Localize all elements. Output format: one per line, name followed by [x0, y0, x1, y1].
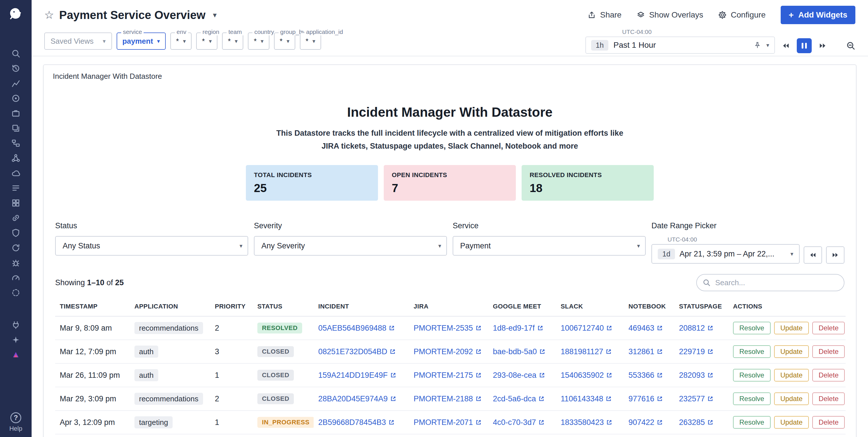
- saved-views-button[interactable]: Saved Views ▾: [44, 32, 112, 50]
- update-button[interactable]: Update: [774, 416, 809, 429]
- sidebar-item-ci[interactable]: [0, 270, 32, 285]
- statuspage-link[interactable]: 229719: [679, 347, 713, 356]
- sidebar-item-sync[interactable]: [0, 240, 32, 255]
- sidebar-item-help[interactable]: ? Help: [9, 412, 22, 432]
- sidebar-item-apps[interactable]: [0, 196, 32, 210]
- slack-link[interactable]: 1833580423: [561, 418, 612, 427]
- sidebar-item-dashed-circle[interactable]: [0, 285, 32, 300]
- update-button[interactable]: Update: [774, 392, 809, 405]
- filter-pill-team[interactable]: team * ▾: [222, 32, 243, 50]
- chevron-down-icon[interactable]: ▾: [213, 11, 217, 20]
- google-meet-link[interactable]: 293-08e-cea: [493, 371, 545, 380]
- share-button[interactable]: Share: [587, 10, 622, 20]
- update-button[interactable]: Update: [774, 322, 809, 334]
- jira-link[interactable]: PMORTEM-2175: [413, 371, 482, 380]
- delete-button[interactable]: Delete: [812, 416, 845, 429]
- filter-pill-application-id[interactable]: application_id * ▾: [300, 32, 321, 50]
- google-meet-link[interactable]: 2cd-5a6-dca: [493, 395, 545, 403]
- notebook-link[interactable]: 469463: [628, 324, 663, 332]
- filter-pill-env[interactable]: env * ▾: [170, 32, 192, 50]
- resolve-button[interactable]: Resolve: [733, 416, 771, 429]
- jira-link[interactable]: PMORTEM-2535: [413, 324, 482, 332]
- slack-link[interactable]: 1540635902: [561, 371, 612, 380]
- delete-button[interactable]: Delete: [812, 322, 845, 334]
- time-backward-button[interactable]: [778, 38, 793, 54]
- resolve-button[interactable]: Resolve: [733, 322, 771, 334]
- ci-icon: [11, 273, 21, 282]
- filter-pill-service[interactable]: service payment ▾: [117, 32, 166, 50]
- slack-link[interactable]: 1006712740: [561, 324, 612, 332]
- sidebar-item-sparkle[interactable]: [0, 332, 32, 347]
- filter-pill-country[interactable]: country * ▾: [248, 32, 269, 50]
- slack-link[interactable]: 1106143348: [561, 395, 612, 403]
- filter-label: env: [175, 28, 188, 35]
- resolve-button[interactable]: Resolve: [733, 345, 771, 358]
- star-icon[interactable]: ☆: [44, 9, 54, 21]
- filter-pill-region[interactable]: region * ▾: [196, 32, 217, 50]
- sidebar-item-service-map[interactable]: [0, 151, 32, 166]
- google-meet-link[interactable]: 4c0-c70-3d7: [493, 418, 545, 427]
- sidebar-item-link[interactable]: [0, 210, 32, 225]
- delete-button[interactable]: Delete: [812, 345, 845, 358]
- sidebar-item-search[interactable]: [0, 46, 32, 61]
- incident-link[interactable]: 28BA20D45E974A9: [318, 395, 396, 403]
- add-widgets-button[interactable]: + Add Widgets: [781, 6, 855, 24]
- date-backward-button[interactable]: [804, 246, 822, 264]
- notebook-link[interactable]: 553366: [628, 371, 663, 380]
- pause-button[interactable]: [797, 38, 812, 53]
- google-meet-link[interactable]: bae-bdb-5a0: [493, 347, 546, 356]
- statuspage-link[interactable]: 208812: [679, 324, 713, 332]
- date-forward-button[interactable]: [826, 246, 844, 264]
- sidebar-item-apm[interactable]: [0, 91, 32, 106]
- incident-link[interactable]: 2B59668D78454B3: [318, 418, 395, 427]
- sidebar-item-watchdog[interactable]: [0, 255, 32, 270]
- jira-link[interactable]: PMORTEM-2188: [413, 395, 482, 403]
- configure-button[interactable]: Configure: [718, 10, 766, 20]
- status-select[interactable]: Any Status ▾: [55, 236, 248, 256]
- sidebar-item-logs[interactable]: [0, 180, 32, 196]
- sidebar-item-pipelines[interactable]: [0, 136, 32, 151]
- google-meet-link[interactable]: 1d8-ed9-17f: [493, 324, 544, 332]
- sidebar-item-layers[interactable]: [0, 121, 32, 136]
- incident-link[interactable]: 159A214DD19E49F: [318, 371, 396, 380]
- search-input[interactable]: [696, 274, 844, 291]
- resolve-button[interactable]: Resolve: [733, 369, 771, 381]
- date-range-label: Date Range Picker: [651, 222, 844, 230]
- delete-button[interactable]: Delete: [812, 392, 845, 405]
- update-button[interactable]: Update: [774, 345, 809, 358]
- delete-button[interactable]: Delete: [812, 369, 845, 381]
- incident-link[interactable]: 05AEB564B969488: [318, 324, 395, 332]
- slack-link[interactable]: 1881981127: [561, 347, 612, 356]
- date-range-select[interactable]: 1d Apr 21, 3:59 pm – Apr 22,... ▾: [651, 244, 800, 264]
- application-tag: recommendations: [134, 393, 203, 405]
- incident-link[interactable]: 08251E732D054BD: [318, 347, 396, 356]
- filter-pill-group-by[interactable]: group_by * ▾: [274, 32, 295, 50]
- external-link-icon: [657, 348, 663, 355]
- notebook-link[interactable]: 907422: [628, 418, 663, 427]
- sidebar-item-bits-ai[interactable]: [0, 347, 32, 362]
- notebook-link[interactable]: 312861: [628, 347, 663, 356]
- notebook-link[interactable]: 977616: [628, 395, 663, 403]
- time-forward-button[interactable]: [815, 38, 830, 54]
- sidebar-item-metrics[interactable]: [0, 76, 32, 91]
- dashboard-header: ☆ Payment Service Overview ▾ Share Show …: [32, 0, 868, 30]
- status-filter: Status Any Status ▾: [55, 222, 248, 264]
- sidebar-item-cloud[interactable]: [0, 166, 32, 180]
- statuspage-link[interactable]: 232577: [679, 395, 713, 403]
- sidebar-item-history[interactable]: [0, 61, 32, 76]
- jira-link[interactable]: PMORTEM-2092: [413, 347, 482, 356]
- jira-link[interactable]: PMORTEM-2071: [413, 418, 482, 427]
- zoom-out-button[interactable]: [846, 38, 855, 54]
- sidebar-item-integrations[interactable]: [0, 317, 32, 332]
- severity-select[interactable]: Any Severity ▾: [254, 236, 447, 256]
- time-range-dropdown[interactable]: 1h Past 1 Hour ▾: [585, 36, 775, 54]
- resolve-button[interactable]: Resolve: [733, 392, 771, 405]
- update-button[interactable]: Update: [774, 369, 809, 381]
- statuspage-link[interactable]: 263285: [679, 418, 713, 427]
- sidebar-item-infrastructure[interactable]: [0, 106, 32, 121]
- statuspage-link[interactable]: 282093: [679, 371, 713, 380]
- show-overlays-button[interactable]: Show Overlays: [637, 10, 703, 20]
- sidebar-item-security[interactable]: [0, 225, 32, 240]
- datadog-logo-icon[interactable]: [6, 5, 26, 24]
- service-select[interactable]: Payment ▾: [453, 236, 646, 256]
